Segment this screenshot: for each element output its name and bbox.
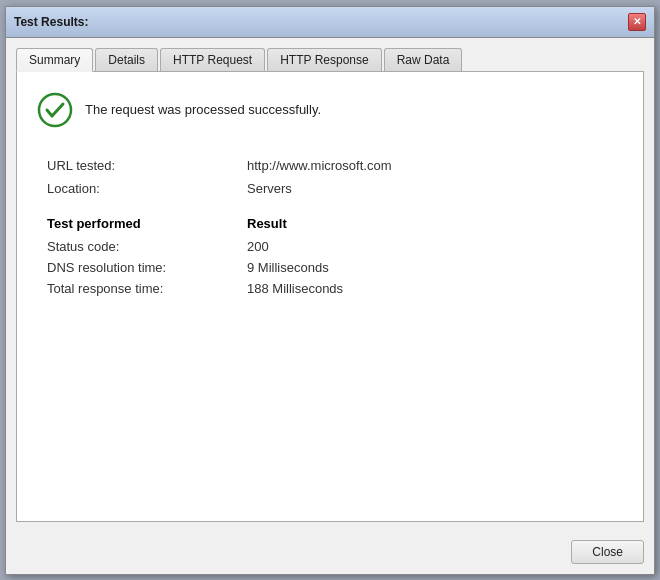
tab-summary[interactable]: Summary [16,48,93,72]
status-code-row: Status code: 200 [47,239,623,254]
success-icon [37,92,73,128]
test-results-window: Test Results: ✕ Summary Details HTTP Req… [5,6,655,575]
total-row: Total response time: 188 Milliseconds [47,281,623,296]
window-title: Test Results: [14,15,88,29]
tab-http-response[interactable]: HTTP Response [267,48,381,71]
dns-label: DNS resolution time: [47,260,247,275]
results-grid: Test performed Result Status code: 200 D… [47,216,623,296]
title-bar: Test Results: ✕ [6,7,654,38]
url-row: URL tested: http://www.microsoft.com [47,158,623,173]
location-value: Servers [247,181,292,196]
tab-raw-data[interactable]: Raw Data [384,48,463,71]
test-performed-header: Test performed [47,216,247,231]
location-label: Location: [47,181,247,196]
results-header-row: Test performed Result [47,216,623,231]
dns-row: DNS resolution time: 9 Milliseconds [47,260,623,275]
result-header: Result [247,216,287,231]
dns-value: 9 Milliseconds [247,260,329,275]
total-label: Total response time: [47,281,247,296]
svg-point-1 [41,96,69,124]
url-value: http://www.microsoft.com [247,158,391,173]
location-row: Location: Servers [47,181,623,196]
tab-details[interactable]: Details [95,48,158,71]
tab-bar: Summary Details HTTP Request HTTP Respon… [16,48,644,72]
window-content: Summary Details HTTP Request HTTP Respon… [6,38,654,532]
success-message: The request was processed successfully. [85,102,321,117]
title-close-button[interactable]: ✕ [628,13,646,31]
url-label: URL tested: [47,158,247,173]
success-row: The request was processed successfully. [37,92,623,128]
footer: Close [6,532,654,574]
summary-panel: The request was processed successfully. … [16,72,644,522]
tab-http-request[interactable]: HTTP Request [160,48,265,71]
total-value: 188 Milliseconds [247,281,343,296]
status-code-value: 200 [247,239,269,254]
status-code-label: Status code: [47,239,247,254]
close-button[interactable]: Close [571,540,644,564]
info-grid: URL tested: http://www.microsoft.com Loc… [47,158,623,196]
